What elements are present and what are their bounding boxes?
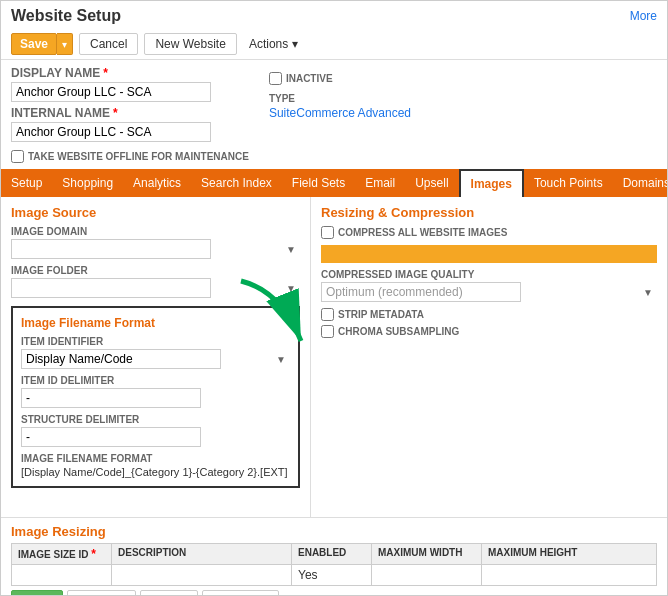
internal-name-input[interactable] bbox=[11, 122, 211, 142]
item-id-delimiter-group: ITEM ID DELIMITER bbox=[21, 375, 290, 408]
compress-checkbox[interactable] bbox=[321, 226, 334, 239]
quality-dropdown: Optimum (recommended) ▼ bbox=[321, 282, 657, 302]
tabs-bar: Setup Shopping Analytics Search Index Fi… bbox=[1, 169, 667, 197]
cell-max-height bbox=[482, 565, 592, 585]
offline-label: TAKE WEBSITE OFFLINE FOR MAINTENANCE bbox=[28, 151, 249, 162]
image-source-section: Image Source IMAGE DOMAIN ▼ IMAGE FOLDER bbox=[11, 205, 300, 298]
insert-button[interactable]: + Insert bbox=[140, 590, 198, 596]
new-website-button[interactable]: New Website bbox=[144, 33, 236, 55]
tab-analytics[interactable]: Analytics bbox=[123, 170, 191, 196]
internal-name-group: INTERNAL NAME * bbox=[11, 106, 249, 142]
offline-checkbox-row: TAKE WEBSITE OFFLINE FOR MAINTENANCE bbox=[11, 150, 249, 163]
tab-shopping[interactable]: Shopping bbox=[52, 170, 123, 196]
save-button[interactable]: Save bbox=[11, 33, 57, 55]
display-name-input[interactable] bbox=[11, 82, 211, 102]
image-domain-select[interactable] bbox=[11, 239, 211, 259]
cancel-button[interactable]: Cancel bbox=[79, 33, 138, 55]
display-name-label: DISPLAY NAME * bbox=[11, 66, 249, 80]
image-domain-arrow-icon: ▼ bbox=[286, 244, 296, 255]
image-domain-label: IMAGE DOMAIN bbox=[11, 226, 300, 237]
tab-setup[interactable]: Setup bbox=[1, 170, 52, 196]
tab-field-sets[interactable]: Field Sets bbox=[282, 170, 355, 196]
structure-delimiter-group: STRUCTURE DELIMITER bbox=[21, 414, 290, 447]
quality-label: COMPRESSED IMAGE QUALITY bbox=[321, 269, 657, 280]
item-identifier-dropdown: Display Name/Code ▼ bbox=[21, 349, 290, 369]
content-area: Image Source IMAGE DOMAIN ▼ IMAGE FOLDER bbox=[1, 197, 667, 517]
resizing-compression-title: Resizing & Compression bbox=[321, 205, 657, 220]
image-folder-group: IMAGE FOLDER ▼ bbox=[11, 265, 300, 298]
item-id-delimiter-input[interactable] bbox=[21, 388, 201, 408]
table-header: IMAGE SIZE ID * DESCRIPTION ENABLED MAXI… bbox=[11, 543, 657, 565]
image-folder-select[interactable] bbox=[11, 278, 211, 298]
actions-button[interactable]: Actions ▾ bbox=[243, 34, 304, 54]
compress-label: COMPRESS ALL WEBSITE IMAGES bbox=[338, 227, 507, 238]
tab-domains[interactable]: Domains bbox=[613, 170, 667, 196]
left-fields: DISPLAY NAME * INTERNAL NAME * TAKE WEBS… bbox=[11, 66, 249, 167]
image-filename-box: Image Filename Format ITEM IDENTIFIER Di… bbox=[11, 306, 300, 488]
image-source-title: Image Source bbox=[11, 205, 300, 220]
header-id: IMAGE SIZE ID * bbox=[12, 544, 112, 564]
table-cancel-button[interactable]: ✕ Cancel bbox=[67, 590, 135, 596]
structure-delimiter-input[interactable] bbox=[21, 427, 201, 447]
tab-upsell[interactable]: Upsell bbox=[405, 170, 458, 196]
header-enabled: ENABLED bbox=[292, 544, 372, 564]
chroma-checkbox[interactable] bbox=[321, 325, 334, 338]
right-fields: INACTIVE TYPE SuiteCommerce Advanced bbox=[269, 68, 411, 167]
quality-group: COMPRESSED IMAGE QUALITY Optimum (recomm… bbox=[321, 269, 657, 302]
image-filename-format-group: IMAGE FILENAME FORMAT [Display Name/Code… bbox=[21, 453, 290, 478]
compress-checkbox-row: COMPRESS ALL WEBSITE IMAGES bbox=[321, 226, 657, 239]
strip-metadata-label: STRIP METADATA bbox=[338, 309, 424, 320]
item-identifier-label: ITEM IDENTIFIER bbox=[21, 336, 290, 347]
form-fields: DISPLAY NAME * INTERNAL NAME * TAKE WEBS… bbox=[1, 60, 667, 169]
more-link[interactable]: More bbox=[630, 9, 657, 23]
tab-images[interactable]: Images bbox=[459, 169, 524, 197]
quality-select[interactable]: Optimum (recommended) bbox=[321, 282, 521, 302]
image-domain-group: IMAGE DOMAIN ▼ bbox=[11, 226, 300, 259]
remove-button[interactable]: 🗑 Remove bbox=[202, 590, 280, 596]
page-header: Website Setup More bbox=[1, 1, 667, 29]
item-id-delimiter-label: ITEM ID DELIMITER bbox=[21, 375, 290, 386]
cell-description bbox=[112, 565, 292, 585]
header-description: DESCRIPTION bbox=[112, 544, 292, 564]
save-btn-group: Save ▾ bbox=[11, 33, 73, 55]
strip-metadata-row: STRIP METADATA bbox=[321, 308, 657, 321]
type-group: TYPE SuiteCommerce Advanced bbox=[269, 93, 411, 120]
add-button[interactable]: ✓ Add bbox=[11, 590, 63, 596]
image-folder-arrow-icon: ▼ bbox=[286, 283, 296, 294]
image-resize-table: IMAGE SIZE ID * DESCRIPTION ENABLED MAXI… bbox=[11, 543, 657, 586]
header-max-height: MAXIMUM HEIGHT bbox=[482, 544, 592, 564]
tab-email[interactable]: Email bbox=[355, 170, 405, 196]
table-actions: ✓ Add ✕ Cancel + Insert 🗑 Remove bbox=[11, 590, 657, 596]
image-filename-format-value: [Display Name/Code]_{Category 1}-{Catego… bbox=[21, 466, 290, 478]
internal-name-label: INTERNAL NAME * bbox=[11, 106, 249, 120]
tab-search-index[interactable]: Search Index bbox=[191, 170, 282, 196]
chroma-label: CHROMA SUBSAMPLING bbox=[338, 326, 459, 337]
image-domain-dropdown: ▼ bbox=[11, 239, 300, 259]
cell-max-width bbox=[372, 565, 482, 585]
structure-delimiter-label: STRUCTURE DELIMITER bbox=[21, 414, 290, 425]
image-resizing-section: Image Resizing IMAGE SIZE ID * DESCRIPTI… bbox=[1, 517, 667, 596]
type-value: SuiteCommerce Advanced bbox=[269, 106, 411, 120]
orange-bar bbox=[321, 245, 657, 263]
save-dropdown-button[interactable]: ▾ bbox=[57, 33, 73, 55]
table-row: Yes bbox=[11, 565, 657, 586]
tab-touch-points[interactable]: Touch Points bbox=[524, 170, 613, 196]
display-name-group: DISPLAY NAME * bbox=[11, 66, 249, 102]
inactive-checkbox[interactable] bbox=[269, 72, 282, 85]
left-panel: Image Source IMAGE DOMAIN ▼ IMAGE FOLDER bbox=[1, 197, 311, 517]
image-folder-label: IMAGE FOLDER bbox=[11, 265, 300, 276]
image-folder-dropdown: ▼ bbox=[11, 278, 300, 298]
image-resizing-title: Image Resizing bbox=[11, 524, 657, 539]
image-filename-format-label: IMAGE FILENAME FORMAT bbox=[21, 453, 290, 464]
offline-checkbox[interactable] bbox=[11, 150, 24, 163]
chroma-row: CHROMA SUBSAMPLING bbox=[321, 325, 657, 338]
quality-arrow-icon: ▼ bbox=[643, 287, 653, 298]
inactive-label: INACTIVE bbox=[286, 73, 333, 84]
item-identifier-select[interactable]: Display Name/Code bbox=[21, 349, 221, 369]
item-identifier-arrow-icon: ▼ bbox=[276, 354, 286, 365]
inactive-row: INACTIVE bbox=[269, 72, 411, 85]
strip-metadata-checkbox[interactable] bbox=[321, 308, 334, 321]
cell-enabled: Yes bbox=[292, 565, 372, 585]
top-toolbar: Save ▾ Cancel New Website Actions ▾ bbox=[1, 29, 667, 60]
type-label: TYPE bbox=[269, 93, 411, 104]
